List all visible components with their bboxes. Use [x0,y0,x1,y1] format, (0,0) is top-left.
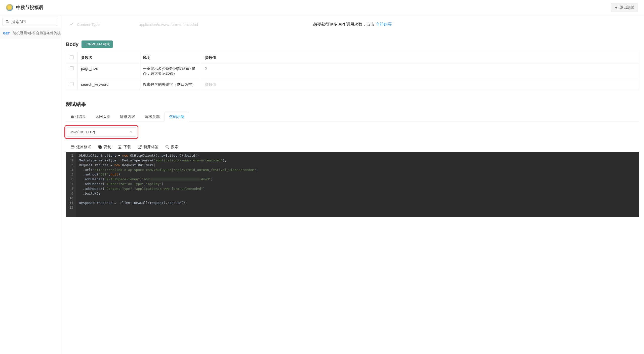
copy-icon [98,145,102,149]
api-search-box[interactable] [3,18,58,26]
check-icon [69,22,73,26]
tab-request-headers[interactable]: 请求头部 [140,112,165,121]
param-name: search_keyword [77,79,139,90]
svg-line-8 [168,148,169,149]
exit-test-label: 退出测试 [620,5,634,10]
copy-button[interactable]: 复制 [98,145,111,149]
col-header-desc: 说明 [139,52,201,63]
svg-point-7 [166,146,168,148]
code-toolbar: 还原格式 复制 下载 新开标签 搜索 [66,142,639,152]
param-row-page-size: page_size 一页显示多少条数据(默认返回5条，最大显示20条) [66,63,639,79]
new-tab-button[interactable]: 新开标签 [138,145,158,149]
sidebar: GET 随机返回n条符合筛选条件的祝福语 [0,15,61,354]
header-value: application/x-www-form-urlencoded [139,22,198,27]
body-section-title: Body FORMDATA 格式 [66,40,639,48]
col-header-name: 参数名 [77,52,139,63]
line-numbers: 123456789101112 [66,152,76,217]
body-label: Body [66,41,78,47]
http-method-badge: GET [3,31,10,35]
param-name: page_size [77,63,139,79]
table-header-row: 参数名 说明 参数值 [66,52,639,63]
param-row-search-keyword: search_keyword 搜索包含的关键字（默认为空） [66,79,639,90]
language-select-highlight: Java(OK HTTP) [64,125,138,139]
param-value-input[interactable] [205,82,635,86]
row-checkbox[interactable] [70,82,74,86]
notice-bar: Content-Type application/x-www-form-urle… [66,15,639,33]
sidebar-item-label: 随机返回n条符合筛选条件的祝福语 [13,31,61,35]
purchase-link[interactable]: 立即购买 [376,22,392,26]
exit-test-button[interactable]: 退出测试 [611,3,638,12]
svg-rect-0 [71,146,74,148]
test-result-title: 测试结果 [66,101,639,108]
body-params-table: 参数名 说明 参数值 page_size 一页显示多少条数据(默认返回5条，最大… [66,52,639,90]
language-select[interactable]: Java(OK HTTP) [67,127,136,137]
formdata-badge: FORMDATA 格式 [82,40,113,48]
app-header: 中秋节祝福语 退出测试 [0,0,644,15]
tab-request-body[interactable]: 请求内容 [115,112,140,121]
app-logo-icon [6,4,13,11]
param-desc: 搜索包含的关键字（默认为空） [139,79,201,90]
tab-response-body[interactable]: 返回结果 [66,112,91,121]
header-left: 中秋节祝福语 [6,4,43,11]
external-link-icon [138,145,142,149]
row-checkbox[interactable] [70,66,74,70]
tab-code-example[interactable]: 代码示例 [165,112,189,121]
language-select-value: Java(OK HTTP) [70,130,95,134]
code-content[interactable]: OkHttpClient client = new OkHttpClient()… [76,152,639,217]
tab-response-headers[interactable]: 返回头部 [91,112,115,121]
restore-format-button[interactable]: 还原格式 [70,145,91,149]
col-header-value: 参数值 [201,52,639,63]
download-icon [118,145,122,149]
search-icon [165,145,169,149]
search-icon [5,20,10,24]
select-all-checkbox[interactable] [70,55,74,59]
search-code-button[interactable]: 搜索 [165,145,178,149]
header-key: Content-Type [77,22,139,27]
exit-icon [615,6,619,10]
api-search-input[interactable] [11,20,62,24]
code-example-block: 123456789101112 OkHttpClient client = ne… [66,152,639,217]
chevron-down-icon [129,130,133,134]
main-content: Content-Type application/x-www-form-urle… [61,15,644,354]
page-title: 中秋节祝福语 [16,5,43,11]
download-button[interactable]: 下载 [118,145,131,149]
param-desc: 一页显示多少条数据(默认返回5条，最大显示20条) [139,63,201,79]
restore-icon [70,145,75,149]
result-tabs: 返回结果 返回头部 请求内容 请求头部 代码示例 [66,112,639,121]
sidebar-api-item[interactable]: GET 随机返回n条符合筛选条件的祝福语 [0,28,61,38]
header-row-content-type: Content-Type application/x-www-form-urle… [66,22,639,27]
param-value-input[interactable] [205,66,635,71]
